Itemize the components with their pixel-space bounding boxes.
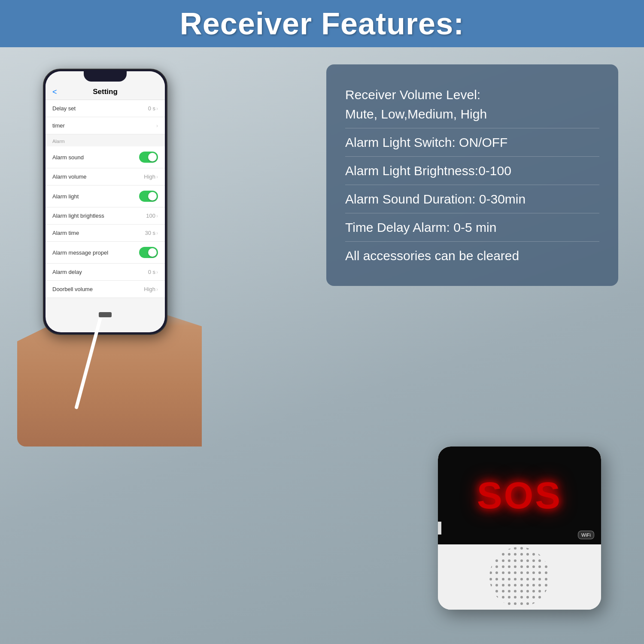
feature-delay: Time Delay Alarm: 0-5 min	[345, 213, 599, 242]
device-area: SOS WiFi	[438, 447, 601, 610]
speaker-dot	[532, 596, 535, 598]
feature-duration: Alarm Sound Duration: 0-30min	[345, 185, 599, 213]
speaker-dot	[538, 596, 541, 598]
row-alarm-light[interactable]: Alarm light	[46, 185, 165, 207]
speaker-dot	[538, 571, 541, 574]
speaker-dot	[489, 578, 492, 580]
label-delay-set: Delay set	[52, 105, 76, 112]
value-alarm-delay: 0 s ›	[148, 269, 158, 275]
label-alarm-time: Alarm time	[52, 230, 79, 236]
back-button[interactable]: <	[52, 88, 57, 97]
page-title: Receiver Features:	[180, 6, 464, 41]
speaker-dot	[520, 559, 523, 562]
speaker-dot	[526, 559, 529, 562]
speaker-dot	[495, 584, 498, 586]
row-alarm-sound[interactable]: Alarm sound	[46, 146, 165, 168]
speaker-dot	[538, 559, 541, 562]
speaker-dot	[514, 578, 516, 580]
speaker-dot	[538, 547, 541, 550]
speaker-dot	[495, 571, 498, 574]
toggle-alarm-light[interactable]	[139, 191, 158, 202]
speaker-dot	[520, 590, 523, 592]
speaker-dot	[514, 590, 516, 592]
speaker-dot	[502, 596, 504, 598]
feature-accessories: All accessories can be cleared	[345, 242, 599, 270]
speaker-dot	[508, 596, 510, 598]
speaker-dot	[520, 602, 523, 605]
speaker-dot	[502, 584, 504, 586]
speaker-dot	[502, 547, 504, 550]
speaker-dot	[508, 571, 510, 574]
speaker-dot	[545, 553, 547, 556]
chevron-icon: ›	[156, 106, 158, 112]
speaker-dot	[520, 571, 523, 574]
speaker-dot	[545, 578, 547, 580]
section-alarm-label: Alarm	[52, 139, 65, 144]
chevron-icon: ›	[156, 230, 158, 236]
value-timer: ›	[156, 123, 158, 129]
speaker-dot	[538, 590, 541, 592]
chevron-icon: ›	[156, 269, 158, 275]
speaker-dot	[526, 553, 529, 556]
speaker-dot	[538, 553, 541, 556]
speaker-dot	[489, 547, 492, 550]
speaker-dot	[514, 547, 516, 550]
phone-header: < Setting	[46, 84, 165, 100]
row-alarm-time[interactable]: Alarm time 30 s ›	[46, 225, 165, 242]
speaker-dot	[495, 565, 498, 568]
label-timer: timer	[52, 122, 65, 129]
speaker-dot	[520, 596, 523, 598]
speaker-dot	[532, 602, 535, 605]
row-timer[interactable]: timer ›	[46, 117, 165, 134]
speaker-dot	[502, 553, 504, 556]
chevron-icon: ›	[156, 174, 158, 180]
label-alarm-light: Alarm light	[52, 193, 79, 200]
speaker-dot	[502, 602, 504, 605]
speaker-dot	[520, 547, 523, 550]
row-doorbell-volume[interactable]: Doorbell volume High ›	[46, 281, 165, 298]
speaker-dot	[532, 578, 535, 580]
speaker-dot	[526, 578, 529, 580]
speaker-dot	[508, 565, 510, 568]
speaker-dot	[514, 559, 516, 562]
value-alarm-volume: High ›	[144, 173, 158, 180]
speaker-dot	[495, 590, 498, 592]
speaker-dot	[502, 590, 504, 592]
phone-connector	[99, 312, 112, 317]
phone-screen: < Setting Delay set 0 s › timer › Alarm	[46, 71, 165, 332]
speaker-dot	[526, 565, 529, 568]
value-alarm-time: 30 s ›	[145, 230, 158, 236]
speaker-dot	[545, 547, 547, 550]
phone-area: < Setting Delay set 0 s › timer › Alarm	[17, 60, 202, 447]
speaker-dot	[502, 571, 504, 574]
speaker-dot	[514, 565, 516, 568]
value-alarm-brightness: 100 ›	[146, 213, 158, 219]
feature-brightness: Alarm Light Brightness:0-100	[345, 157, 599, 185]
speaker-dot	[514, 553, 516, 556]
speaker-dot	[538, 602, 541, 605]
row-alarm-volume[interactable]: Alarm volume High ›	[46, 168, 165, 185]
speaker-dot	[545, 559, 547, 562]
speaker-dot	[532, 571, 535, 574]
toggle-alarm-sound[interactable]	[139, 152, 158, 163]
speaker-dot	[520, 584, 523, 586]
speaker-dot	[514, 584, 516, 586]
label-alarm-sound: Alarm sound	[52, 154, 84, 161]
speaker-dot	[526, 596, 529, 598]
row-alarm-delay[interactable]: Alarm delay 0 s ›	[46, 264, 165, 281]
speaker-dot	[526, 571, 529, 574]
speaker-dot	[538, 584, 541, 586]
value-delay-set: 0 s ›	[148, 105, 158, 112]
label-alarm-volume: Alarm volume	[52, 173, 86, 180]
speaker-dot	[538, 565, 541, 568]
speaker-dot	[508, 590, 510, 592]
row-delay-set[interactable]: Delay set 0 s ›	[46, 100, 165, 117]
toggle-alarm-message[interactable]	[139, 247, 158, 258]
feature-volume: Receiver Volume Level: Mute, Low,Medium,…	[345, 81, 599, 128]
speaker-dot	[508, 559, 510, 562]
speaker-dot	[514, 602, 516, 605]
speaker-dot	[532, 565, 535, 568]
row-alarm-message[interactable]: Alarm message propel	[46, 242, 165, 264]
row-alarm-brightness[interactable]: Alarm light brightless 100 ›	[46, 207, 165, 225]
speaker-dot	[502, 559, 504, 562]
